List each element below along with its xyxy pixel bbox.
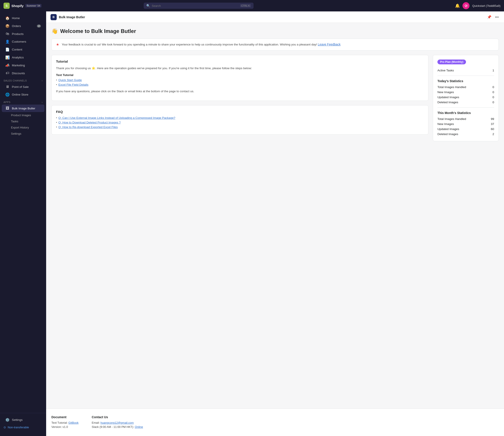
- contact-title: Contact Us: [92, 415, 143, 419]
- today-stats-title: Today's Statistics: [437, 79, 494, 83]
- sidebar-bottom: ⚙️ Settings ⊙ Non-transferable: [0, 413, 46, 433]
- month-stats-title: This Month's Statistics: [437, 111, 494, 115]
- search-icon: 🔍: [146, 4, 150, 8]
- value: 0: [492, 85, 494, 89]
- sidebar-subitem-label: Settings: [11, 132, 21, 135]
- month-deleted-row: Deleted Images 2: [437, 132, 494, 137]
- label: New Images: [437, 91, 454, 94]
- doc-title: Document: [51, 415, 79, 419]
- sidebar-item-marketing[interactable]: 📣 Marketing: [2, 62, 44, 69]
- sidebar-item-customers[interactable]: 👤 Customers: [2, 38, 44, 45]
- gitbook-link[interactable]: GitBook: [68, 421, 78, 424]
- sidebar-item-home[interactable]: 🏠 Home: [2, 14, 44, 22]
- faq-item-2: • Q: How to Download Deleted Product Ima…: [56, 121, 424, 124]
- chevron-icon: ›: [42, 79, 43, 82]
- sidebar-item-label: Products: [12, 32, 24, 36]
- contact-slack-row: Slack (9:00 AM - 11:00 PM HKT): Online: [92, 425, 143, 428]
- tutorial-link-1: • Quick Start Guide: [56, 78, 424, 82]
- sidebar-subitem-tasks[interactable]: Tasks: [2, 118, 44, 124]
- sidebar-item-orders[interactable]: 📦 Orders 2: [2, 22, 44, 30]
- email-link[interactable]: huangcong12@gmail.com: [101, 421, 134, 424]
- non-transferable-item[interactable]: ⊙ Non-transferable: [0, 424, 46, 431]
- sidebar-subitem-product-images[interactable]: Product Images: [2, 112, 44, 118]
- faq-item-1: • Q: Can I Use External Image Links Inst…: [56, 116, 424, 119]
- sidebar-subitem-label: Product Images: [11, 114, 31, 117]
- quick-start-link[interactable]: Quick Start Guide: [58, 78, 82, 82]
- marketing-icon: 📣: [5, 63, 10, 67]
- page-footer: Document Text Tutorial: GitBook Version:…: [46, 409, 504, 436]
- sidebar-item-label: Discounts: [12, 72, 25, 75]
- sidebar-item-settings[interactable]: ⚙️ Settings: [2, 416, 44, 424]
- layout: 🏠 Home 📦 Orders 2 🛍 Products 👤 Customers…: [0, 0, 504, 436]
- sidebar-item-label: Point of Sale: [12, 85, 29, 89]
- app-title: Bulk Image Butler: [59, 15, 85, 19]
- sidebar-item-online-store[interactable]: 🌐 Online Store: [2, 91, 44, 98]
- search-input[interactable]: [152, 4, 238, 8]
- feedback-link[interactable]: Leave Feedback: [318, 43, 341, 46]
- plan-badge: Pro Plan (Monthly): [437, 60, 466, 64]
- bullet: •: [56, 116, 57, 119]
- sidebar-item-pos[interactable]: 🖥 Point of Sale: [2, 83, 44, 91]
- excel-field-link[interactable]: Excel File Field Details: [58, 83, 89, 86]
- products-icon: 🛍: [5, 32, 10, 36]
- settings-icon: ⚙️: [5, 418, 10, 422]
- star-icon: ★: [56, 42, 59, 46]
- welcome-title: 👋 Welcome to Bulk Image Butler: [51, 28, 499, 34]
- sidebar-item-discounts[interactable]: 🏷 Discounts: [2, 69, 44, 77]
- footer-contact: Contact Us Email: huangcong12@gmail.com …: [92, 415, 143, 429]
- shopify-logo: S Shopify Summer '24: [3, 3, 42, 9]
- tutorial-link-2: • Excel File Field Details: [56, 83, 424, 86]
- label: Deleted Images: [437, 100, 458, 104]
- faq-link-1[interactable]: Q: Can I Use External Image Links Instea…: [58, 116, 175, 119]
- wave-emoji: 👋: [51, 28, 58, 34]
- content-grid: Tutorial Thank you for choosing us ⭐. He…: [51, 55, 499, 141]
- slack-link[interactable]: Online: [135, 425, 143, 428]
- value: 2: [492, 132, 494, 136]
- doc-version: Version: v1.0: [51, 425, 79, 428]
- sidebar-item-label: Bulk Image Butler: [12, 107, 35, 110]
- sidebar-item-content[interactable]: 📄 Content: [2, 46, 44, 53]
- active-tasks-label: Active Tasks: [437, 69, 454, 72]
- faq-card: FAQ • Q: Can I Use External Image Links …: [51, 105, 428, 135]
- today-new-row: New Images 0: [437, 90, 494, 95]
- sidebar-item-bulk-image-butler[interactable]: 🖼 Bulk Image Butler: [2, 105, 44, 112]
- app-icon: B: [51, 14, 57, 20]
- sidebar-subitem-export-history[interactable]: Export History: [2, 125, 44, 130]
- value: 0: [492, 100, 494, 104]
- stats-panel: Pro Plan (Monthly) Active Tasks 1 Today'…: [433, 55, 499, 141]
- faq-item-3: • Q: How to Re-download Exported Excel F…: [56, 125, 424, 129]
- left-column: Tutorial Thank you for choosing us ⭐. He…: [51, 55, 428, 135]
- faq-link-3[interactable]: Q: How to Re-download Exported Excel Fil…: [58, 125, 118, 129]
- faq-link-2[interactable]: Q: How to Download Deleted Product Image…: [58, 121, 121, 124]
- avatar: QI: [462, 2, 469, 9]
- sidebar-nav: 🏠 Home 📦 Orders 2 🛍 Products 👤 Customers…: [0, 14, 46, 411]
- value: 37: [491, 122, 494, 126]
- sidebar-item-label: Settings: [12, 418, 23, 421]
- text-tutorial-subtitle: Text Tutorial: [56, 73, 424, 77]
- feedback-content: Your feedback is crucial to us! We look …: [62, 42, 340, 47]
- sidebar-item-products[interactable]: 🛍 Products: [2, 30, 44, 37]
- analytics-icon: 📊: [5, 55, 10, 60]
- sidebar-item-analytics[interactable]: 📊 Analytics: [2, 54, 44, 61]
- divider: [437, 107, 494, 108]
- bullet: •: [56, 78, 57, 82]
- sidebar-subitem-settings[interactable]: Settings: [2, 131, 44, 137]
- bullet: •: [56, 125, 57, 129]
- notification-icon[interactable]: 🔔: [455, 3, 460, 8]
- app-header-actions: 📌 •••: [486, 14, 500, 20]
- bullet: •: [56, 121, 57, 124]
- label: Deleted Images: [437, 132, 458, 136]
- orders-badge: 2: [37, 25, 41, 27]
- sidebar-item-label: Content: [12, 48, 22, 51]
- sales-channels-label: Sales channels ›: [0, 77, 46, 83]
- feedback-text: Your feedback is crucial to us! We look …: [62, 43, 317, 46]
- app-header: B Bulk Image Butler 📌 •••: [46, 11, 504, 23]
- more-button[interactable]: •••: [494, 14, 500, 20]
- discounts-icon: 🏷: [5, 71, 10, 75]
- pin-button[interactable]: 📌: [486, 14, 492, 20]
- main-content: B Bulk Image Butler 📌 ••• 👋 Welcome to B…: [46, 11, 504, 436]
- app-name: Shopify: [11, 4, 24, 8]
- circle-icon: ⊙: [3, 426, 6, 429]
- search-bar[interactable]: 🔍 CTRL K: [144, 3, 254, 9]
- active-tasks-value: 1: [492, 69, 494, 72]
